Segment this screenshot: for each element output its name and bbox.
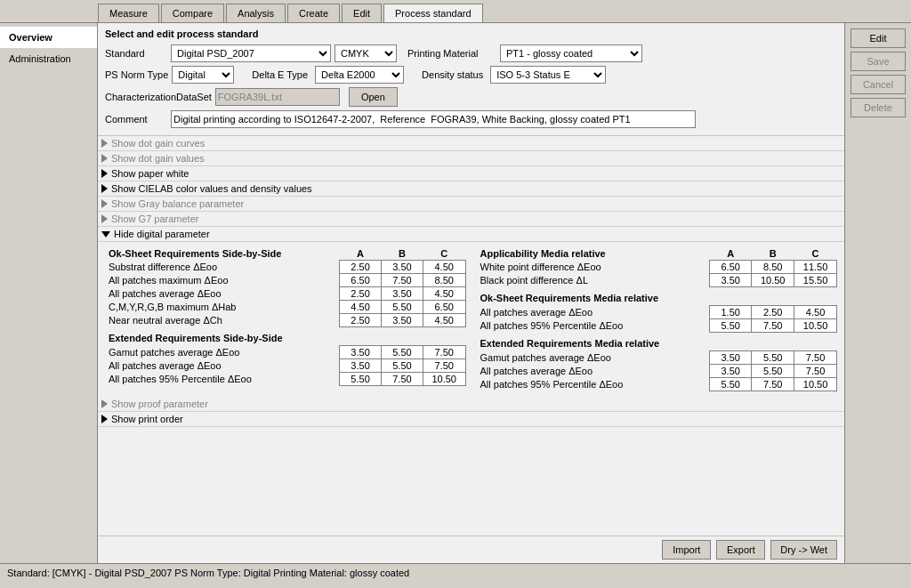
section-label: Show G7 parameter <box>111 213 198 224</box>
comment-input[interactable] <box>171 110 696 128</box>
cell-c[interactable]: 7.50 <box>794 365 837 378</box>
density-select[interactable]: ISO 5-3 Status E <box>490 66 606 84</box>
cmyk-select[interactable]: CMYK <box>335 44 397 62</box>
sidebar-item-administration[interactable]: Administration <box>0 48 97 69</box>
cell-b[interactable]: 8.50 <box>752 261 794 274</box>
cell-b[interactable]: 5.50 <box>752 365 794 378</box>
tab-analysis[interactable]: Analysis <box>226 4 286 22</box>
col-a-header: A <box>710 247 752 261</box>
save-button[interactable]: Save <box>851 52 906 71</box>
cell-a[interactable]: 2.50 <box>340 314 382 327</box>
main-container: Measure Compare Analysis Create Edit Pro… <box>0 0 911 588</box>
right-buttons-panel: Edit Save Cancel Delete <box>844 23 911 563</box>
section-digital-param[interactable]: Hide digital parameter <box>98 227 844 242</box>
cell-a[interactable]: 5.50 <box>710 319 752 333</box>
cell-b[interactable]: 5.50 <box>382 301 423 314</box>
cell-a[interactable]: 3.50 <box>710 351 752 365</box>
ok-header-row: Ok-Sheet Requirements Media relative <box>477 287 837 306</box>
cell-b[interactable]: 5.50 <box>752 351 794 365</box>
tab-edit[interactable]: Edit <box>342 4 382 22</box>
tab-compare[interactable]: Compare <box>161 4 224 22</box>
section-gray-balance[interactable]: Show Gray balance parameter <box>98 197 844 212</box>
export-button[interactable]: Export <box>716 540 765 560</box>
section-print-order[interactable]: Show print order <box>98 412 844 427</box>
col-b-header: B <box>382 247 423 261</box>
section-dot-gain-curves[interactable]: Show dot gain curves <box>98 136 844 151</box>
bottom-bar: Import Export Dry -> Wet <box>98 536 844 563</box>
dry-wet-button[interactable]: Dry -> Wet <box>770 540 837 560</box>
section-label: Show paper white <box>111 168 189 179</box>
scrollable-area: Show dot gain curves Show dot gain value… <box>98 136 844 536</box>
section-dot-gain-values[interactable]: Show dot gain values <box>98 151 844 166</box>
cell-c[interactable]: 10.50 <box>794 378 837 391</box>
row-label: All patches average ΔEoo <box>477 306 710 319</box>
cell-b[interactable]: 5.50 <box>382 359 423 373</box>
tab-process-standard[interactable]: Process standard <box>383 4 483 22</box>
cell-c[interactable]: 7.50 <box>423 346 465 359</box>
table-row: Black point difference ΔL 3.50 10.50 15.… <box>477 274 837 287</box>
table-row: All patches 95% Percentile ΔEoo 5.50 7.5… <box>105 373 465 386</box>
cell-a[interactable]: 6.50 <box>340 274 382 287</box>
cell-b[interactable]: 3.50 <box>382 314 423 327</box>
section-proof-param[interactable]: Show proof parameter <box>98 397 844 412</box>
cell-c[interactable]: 4.50 <box>423 261 465 274</box>
import-button[interactable]: Import <box>662 540 711 560</box>
cell-b[interactable]: 3.50 <box>382 287 423 301</box>
cell-a[interactable]: 3.50 <box>710 274 752 287</box>
open-button[interactable]: Open <box>349 87 398 107</box>
cell-b[interactable]: 7.50 <box>752 319 794 333</box>
cell-c[interactable]: 8.50 <box>423 274 465 287</box>
cell-b[interactable]: 7.50 <box>382 373 423 386</box>
cell-c[interactable]: 4.50 <box>423 287 465 301</box>
row-label: Black point difference ΔL <box>477 274 710 287</box>
ps-norm-label: PS Norm Type <box>105 69 168 80</box>
table-row: C,M,Y,R,G,B maximum ΔHab 4.50 5.50 6.50 <box>105 301 465 314</box>
left-param-table: Ok-Sheet Requirements Side-by-Side A B C… <box>105 247 466 391</box>
cell-b[interactable]: 7.50 <box>752 378 794 391</box>
cell-a[interactable]: 2.50 <box>340 287 382 301</box>
cell-b[interactable]: 3.50 <box>382 261 423 274</box>
cell-a[interactable]: 3.50 <box>340 346 382 359</box>
cell-a[interactable]: 3.50 <box>340 359 382 373</box>
cell-c[interactable]: 10.50 <box>423 373 465 386</box>
form-row-comment: Comment <box>105 110 837 128</box>
digital-param-area: Ok-Sheet Requirements Side-by-Side A B C… <box>98 242 844 397</box>
printing-material-select[interactable]: PT1 - glossy coated <box>500 44 642 62</box>
cell-a[interactable]: 1.50 <box>710 306 752 319</box>
cell-a[interactable]: 5.50 <box>710 378 752 391</box>
standard-select[interactable]: Digital PSD_2007 <box>171 44 331 62</box>
section-cielab[interactable]: Show CIELAB color values and density val… <box>98 181 844 197</box>
cell-c[interactable]: 6.50 <box>423 301 465 314</box>
cell-c[interactable]: 7.50 <box>794 351 837 365</box>
table-row: Substrat difference ΔEoo 2.50 3.50 4.50 <box>105 261 465 274</box>
edit-button[interactable]: Edit <box>851 28 906 48</box>
cell-c[interactable]: 15.50 <box>794 274 837 287</box>
cell-c[interactable]: 4.50 <box>794 306 837 319</box>
cell-a[interactable]: 3.50 <box>710 365 752 378</box>
triangle-down-icon <box>101 231 110 238</box>
cancel-button[interactable]: Cancel <box>851 75 906 94</box>
cell-c[interactable]: 4.50 <box>423 314 465 327</box>
cell-b[interactable]: 10.50 <box>752 274 794 287</box>
table-row: All patches average ΔEoo 3.50 5.50 7.50 <box>105 359 465 373</box>
ps-norm-select[interactable]: Digital <box>172 66 234 84</box>
cell-a[interactable]: 6.50 <box>710 261 752 274</box>
section-paper-white[interactable]: Show paper white <box>98 166 844 181</box>
sidebar-item-overview[interactable]: Overview <box>0 27 97 48</box>
cell-a[interactable]: 4.50 <box>340 301 382 314</box>
delete-button[interactable]: Delete <box>851 98 906 117</box>
section-g7[interactable]: Show G7 parameter <box>98 212 844 227</box>
cell-c[interactable]: 7.50 <box>423 359 465 373</box>
cell-c[interactable]: 10.50 <box>794 319 837 333</box>
tab-create[interactable]: Create <box>287 4 340 22</box>
row-label: C,M,Y,R,G,B maximum ΔHab <box>105 301 340 314</box>
tab-measure[interactable]: Measure <box>98 4 159 22</box>
cell-b[interactable]: 2.50 <box>752 306 794 319</box>
cell-c[interactable]: 11.50 <box>794 261 837 274</box>
cell-b[interactable]: 5.50 <box>382 346 423 359</box>
delta-e-select[interactable]: Delta E2000 <box>315 66 404 84</box>
table-row: All patches 95% Percentile ΔEoo 5.50 7.5… <box>477 378 837 391</box>
cell-b[interactable]: 7.50 <box>382 274 423 287</box>
cell-a[interactable]: 2.50 <box>340 261 382 274</box>
cell-a[interactable]: 5.50 <box>340 373 382 386</box>
